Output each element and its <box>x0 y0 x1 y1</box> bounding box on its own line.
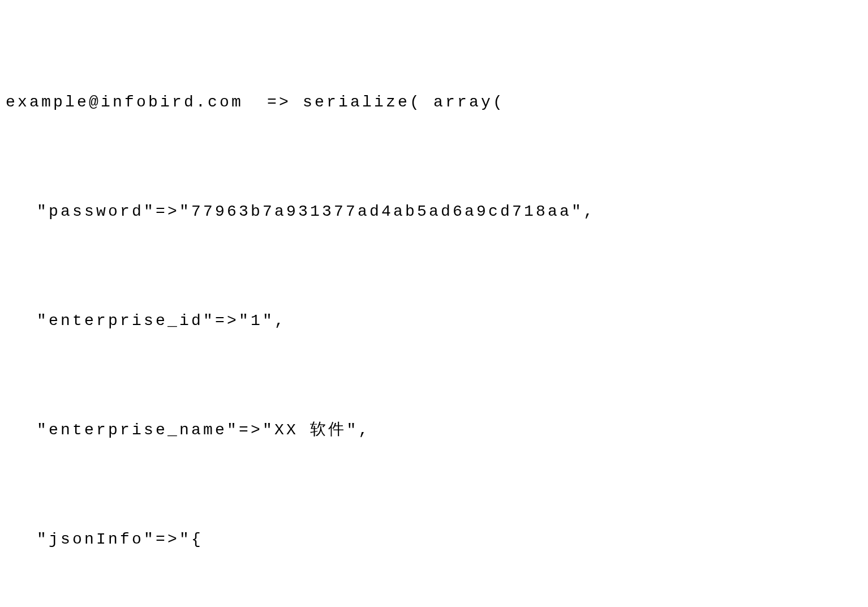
code-line-4: ″enterprise_name″=>″XX 软件″, <box>6 412 862 448</box>
code-line-3: ″enterprise_id″=>″1″, <box>6 303 862 339</box>
code-line-2: ″password″=>″77963b7a931377ad4ab5ad6a9cd… <box>6 194 862 230</box>
code-snippet: example@infobird.com => serialize( array… <box>6 11 862 607</box>
code-line-1: example@infobird.com => serialize( array… <box>6 84 862 121</box>
code-line-5: ″jsonInfo″=>″{ <box>6 521 862 558</box>
